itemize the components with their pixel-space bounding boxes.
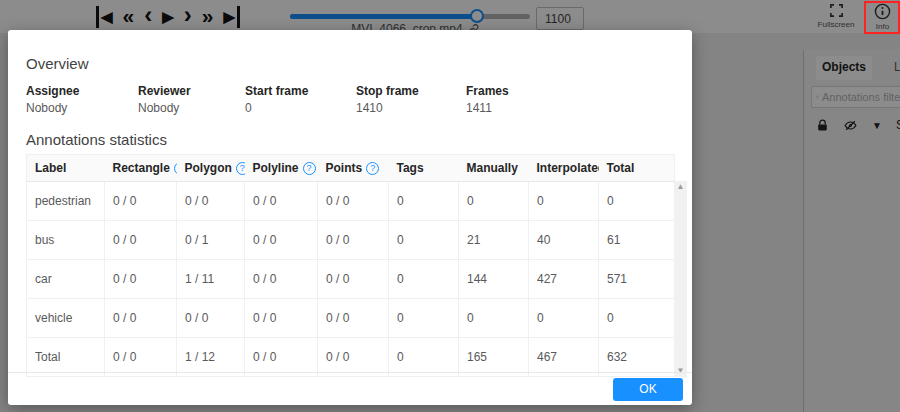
stat-value: 0 / 0 bbox=[318, 338, 389, 377]
question-circle-icon[interactable]: ? bbox=[236, 162, 245, 175]
row-label: vehicle bbox=[27, 299, 105, 338]
annotations-statistics-title: Annotations statistics bbox=[26, 131, 684, 148]
stat-value: 0 / 0 bbox=[105, 299, 177, 338]
stat-value: 0 bbox=[389, 338, 459, 377]
row-label: car bbox=[27, 260, 105, 299]
stats-header-row: LabelRectangle?Polygon?Polyline?Points?T… bbox=[27, 155, 675, 182]
stat-value: 0 / 0 bbox=[245, 260, 318, 299]
frames-label: Frames bbox=[466, 84, 586, 98]
reviewer-value: Nobody bbox=[138, 101, 245, 115]
stat-value: 0 / 0 bbox=[318, 182, 389, 221]
stat-value: 0 / 0 bbox=[105, 182, 177, 221]
column-header-polyline: Polyline? bbox=[245, 155, 318, 182]
stats-row: pedestrian0 / 00 / 00 / 00 / 00000 bbox=[27, 182, 675, 221]
table-scrollbar[interactable]: ▲ ▼ bbox=[674, 181, 687, 377]
stat-value: 0 / 0 bbox=[245, 221, 318, 260]
stat-value: 0 / 0 bbox=[177, 182, 245, 221]
column-header-total: Total bbox=[599, 155, 675, 182]
ok-button[interactable]: OK bbox=[613, 378, 683, 401]
stat-value: 0 / 0 bbox=[318, 221, 389, 260]
row-label: bus bbox=[27, 221, 105, 260]
row-label: Total bbox=[27, 338, 105, 377]
stat-value: 632 bbox=[599, 338, 675, 377]
stat-value: 0 / 0 bbox=[245, 182, 318, 221]
column-header-manually: Manually bbox=[459, 155, 529, 182]
stat-value: 0 bbox=[599, 182, 675, 221]
stat-value: 0 / 0 bbox=[105, 338, 177, 377]
stat-value: 571 bbox=[599, 260, 675, 299]
stat-value: 0 bbox=[599, 299, 675, 338]
question-circle-icon[interactable]: ? bbox=[303, 162, 316, 175]
column-header-points: Points? bbox=[318, 155, 389, 182]
stat-value: 0 bbox=[389, 182, 459, 221]
stat-value: 0 / 0 bbox=[318, 260, 389, 299]
column-header-rectangle: Rectangle? bbox=[105, 155, 177, 182]
stop-frame-value: 1410 bbox=[356, 101, 466, 115]
stat-value: 1 / 12 bbox=[177, 338, 245, 377]
stat-value: 427 bbox=[529, 260, 599, 299]
stat-value: 0 / 0 bbox=[245, 299, 318, 338]
stat-value: 0 bbox=[389, 299, 459, 338]
stat-value: 0 / 1 bbox=[177, 221, 245, 260]
stat-value: 0 / 0 bbox=[105, 221, 177, 260]
column-header-interpolated: Interpolated bbox=[529, 155, 599, 182]
stat-value: 40 bbox=[529, 221, 599, 260]
stats-row: car0 / 01 / 110 / 00 / 00144427571 bbox=[27, 260, 675, 299]
question-circle-icon[interactable]: ? bbox=[174, 162, 177, 175]
stat-value: 0 bbox=[389, 221, 459, 260]
stop-frame-label: Stop frame bbox=[356, 84, 466, 98]
stat-value: 0 bbox=[529, 182, 599, 221]
question-circle-icon[interactable]: ? bbox=[366, 162, 379, 175]
stat-value: 467 bbox=[529, 338, 599, 377]
job-info-modal: Overview Assignee Nobody Reviewer Nobody… bbox=[8, 30, 692, 405]
assignee-value: Nobody bbox=[26, 101, 138, 115]
stats-row: vehicle0 / 00 / 00 / 00 / 00000 bbox=[27, 299, 675, 338]
stat-value: 1 / 11 bbox=[177, 260, 245, 299]
stat-value: 0 bbox=[459, 182, 529, 221]
stat-value: 0 bbox=[389, 260, 459, 299]
stat-value: 0 / 0 bbox=[245, 338, 318, 377]
overview-title: Overview bbox=[26, 55, 684, 72]
frames-value: 1411 bbox=[466, 101, 586, 115]
stat-value: 21 bbox=[459, 221, 529, 260]
stats-row: bus0 / 00 / 10 / 00 / 00214061 bbox=[27, 221, 675, 260]
stat-value: 165 bbox=[459, 338, 529, 377]
modal-footer: OK bbox=[8, 372, 692, 405]
statistics-table-wrap: LabelRectangle?Polygon?Polyline?Points?T… bbox=[26, 154, 687, 377]
stats-row: Total0 / 01 / 120 / 00 / 00165467632 bbox=[27, 338, 675, 377]
overview-fields: Assignee Nobody Reviewer Nobody Start fr… bbox=[26, 84, 684, 115]
column-header-polygon: Polygon? bbox=[177, 155, 245, 182]
column-header-tags: Tags bbox=[389, 155, 459, 182]
stat-value: 0 / 0 bbox=[318, 299, 389, 338]
statistics-table: LabelRectangle?Polygon?Polyline?Points?T… bbox=[26, 154, 675, 377]
stat-value: 0 / 0 bbox=[105, 260, 177, 299]
start-frame-value: 0 bbox=[245, 101, 356, 115]
column-header-label: Label bbox=[27, 155, 105, 182]
row-label: pedestrian bbox=[27, 182, 105, 221]
stat-value: 144 bbox=[459, 260, 529, 299]
reviewer-label: Reviewer bbox=[138, 84, 245, 98]
stat-value: 0 bbox=[459, 299, 529, 338]
assignee-label: Assignee bbox=[26, 84, 138, 98]
stat-value: 61 bbox=[599, 221, 675, 260]
stat-value: 0 / 0 bbox=[177, 299, 245, 338]
stat-value: 0 bbox=[529, 299, 599, 338]
start-frame-label: Start frame bbox=[245, 84, 356, 98]
stats-table-body: pedestrian0 / 00 / 00 / 00 / 00000bus0 /… bbox=[27, 182, 675, 377]
scroll-up-icon[interactable]: ▲ bbox=[677, 183, 685, 191]
